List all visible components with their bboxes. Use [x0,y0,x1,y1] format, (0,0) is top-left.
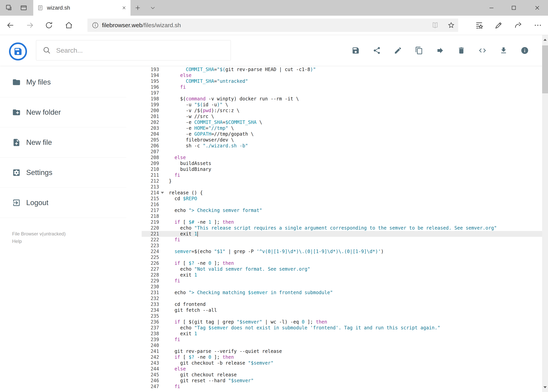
editor-row[interactable]: 244 else [142,366,542,372]
editor-row[interactable]: 203 -e HOME="//tmp" \ [142,125,542,131]
editor-row[interactable]: 230 [142,284,542,290]
search-box[interactable] [36,40,231,61]
search-input[interactable] [56,47,224,54]
copy-button[interactable] [415,46,423,55]
editor-row[interactable]: 233 cd frontend [142,301,542,307]
editor-row[interactable]: 237 echo "Tag $semver does not exist in … [142,325,542,331]
sidebar-item-logout[interactable]: Logout [0,188,126,218]
editor-row[interactable]: 239 fi [142,337,542,343]
editor-row[interactable]: 226 if [ $? -ne 0 ]; then [142,260,542,266]
new-tab-button[interactable] [135,5,141,11]
sidebar-item-my-files[interactable]: My files [0,67,126,97]
editor-row[interactable]: 227 echo "Not valid semver format. See s… [142,266,542,272]
editor-row[interactable]: 215 cd $REPO [142,196,542,202]
rename-button[interactable] [394,46,402,55]
editor-row[interactable]: 208 else [142,155,542,161]
browser-tab[interactable]: wizard.sh [33,0,131,16]
editor-row[interactable]: 211 fi [142,172,542,178]
web-note-pen-icon[interactable] [494,21,503,29]
editor-row[interactable]: 193 COMMIT_SHA="$(git rev-parse HEAD | c… [142,67,542,72]
site-info-icon[interactable] [91,21,99,29]
hub-favorites-icon[interactable] [475,21,483,29]
editor-row[interactable]: 199 -u "$(id -u)" \ [142,102,542,108]
editor-row[interactable]: 221 exit 1 [142,231,542,237]
editor-row[interactable]: 247 fi [142,384,542,389]
editor-row[interactable]: 209 buildAssets [142,161,542,166]
editor-row[interactable]: 246 git reset --hard "$semver" [142,378,542,384]
editor-row[interactable]: 238 exit 1 [142,331,542,337]
editor-row[interactable]: 197 [142,90,542,96]
share-icon[interactable] [514,21,523,29]
editor-row[interactable]: 234 git fetch --all [142,307,542,313]
editor-row[interactable]: 224 semver=$(echo "$1" | grep -P '^v(0|[… [142,249,542,254]
editor-row[interactable]: 241 git rev-parse --verify --quiet relea… [142,348,542,354]
forward-icon[interactable] [26,21,34,29]
raw-code-button[interactable] [478,46,486,55]
sidebar-item-new-file[interactable]: New file [0,127,126,158]
editor-row[interactable]: 214release () { [142,190,542,196]
info-button[interactable] [520,46,529,55]
scroll-down-arrow[interactable] [542,383,548,392]
download-button[interactable] [499,46,508,55]
editor-row[interactable]: 231 echo "> Checking matching $semver in… [142,290,542,295]
tab-preview-icon[interactable] [20,4,27,11]
maximize-button[interactable] [504,0,524,16]
editor-row[interactable]: 195 COMMIT_SHA="untracked" [142,78,542,84]
home-icon[interactable] [65,21,73,29]
scroll-up-arrow[interactable] [542,35,548,44]
editor-row[interactable]: 194 else [142,72,542,78]
editor-row[interactable]: 229 fi [142,278,542,284]
scrollbar[interactable] [542,35,548,392]
editor-row[interactable]: 213 [142,184,542,190]
set-tabs-aside-icon[interactable] [6,4,13,11]
editor-row[interactable]: 232 [142,295,542,301]
tab-list-chevron-icon[interactable] [150,5,156,11]
editor-row[interactable]: 205 filebrowser/dev \ [142,137,542,143]
editor-row[interactable]: 220 echo "This release script requires a… [142,225,542,231]
editor-row[interactable]: 222 fi [142,237,542,243]
move-button[interactable] [436,46,444,55]
editor-row[interactable]: 245 git checkout release [142,372,542,378]
delete-button[interactable] [457,46,465,55]
sidebar-item-new-folder[interactable]: New folder [0,97,126,127]
editor-row[interactable]: 235 [142,313,542,319]
editor-row[interactable]: 200 -v /$(pwd):/src:z \ [142,108,542,113]
scrollbar-thumb[interactable] [542,45,548,93]
editor-row[interactable]: 225 [142,254,542,260]
editor-row[interactable]: 242 if [ $? -ne 0 ]; then [142,354,542,360]
editor-row[interactable]: 219 if [ $# -ne 1 ]; then [142,219,542,225]
save-button[interactable] [352,46,360,55]
editor-row[interactable]: 201 -w //src \ [142,113,542,119]
editor-row[interactable]: 228 exit 1 [142,272,542,278]
close-button[interactable] [526,0,548,16]
code-editor[interactable]: 193 COMMIT_SHA="$(git rev-parse HEAD | c… [142,66,542,392]
editor-row[interactable]: 218 [142,213,542,219]
editor-row[interactable]: 243 git checkout -b release "$semver" [142,360,542,366]
editor-row[interactable]: 202 -e COMMIT_SHA=$COMMIT_SHA \ [142,119,542,125]
editor-row[interactable]: 204 -e GOPATH=//tmp/gopath \ [142,131,542,137]
address-bar[interactable]: filebrowser.web/files/wizard.sh [87,19,458,32]
sidebar-item-settings[interactable]: Settings [0,158,126,188]
editor-row[interactable]: 196 fi [142,84,542,90]
share-button[interactable] [373,46,381,55]
more-options-icon[interactable] [534,21,542,29]
tab-close-icon[interactable] [121,5,127,10]
back-icon[interactable] [6,21,15,29]
editor-row[interactable]: 210 buildBinary [142,166,542,172]
editor-row[interactable]: 223 [142,243,542,249]
editor-row[interactable]: 207 [142,149,542,155]
editor-row[interactable]: 236 if [ $(git tag | grep "$semver" | wc… [142,319,542,325]
reading-view-icon[interactable] [431,21,439,29]
favorite-star-icon[interactable] [447,21,455,29]
help-link[interactable]: Help [12,238,66,245]
editor-row[interactable]: 216 [142,202,542,207]
editor-row[interactable]: 198 $(command -v winpty) docker run --rm… [142,96,542,102]
refresh-icon[interactable] [45,21,53,29]
editor-row[interactable]: 240 [142,343,542,348]
app-logo[interactable] [9,42,27,61]
editor-row[interactable]: 206 sh -c "./wizard.sh -b" [142,143,542,149]
editor-row[interactable]: 212} [142,178,542,184]
fold-toggle-icon[interactable] [161,192,164,194]
minimize-button[interactable] [482,0,501,16]
editor-row[interactable]: 217 echo "> Checking semver format" [142,207,542,213]
